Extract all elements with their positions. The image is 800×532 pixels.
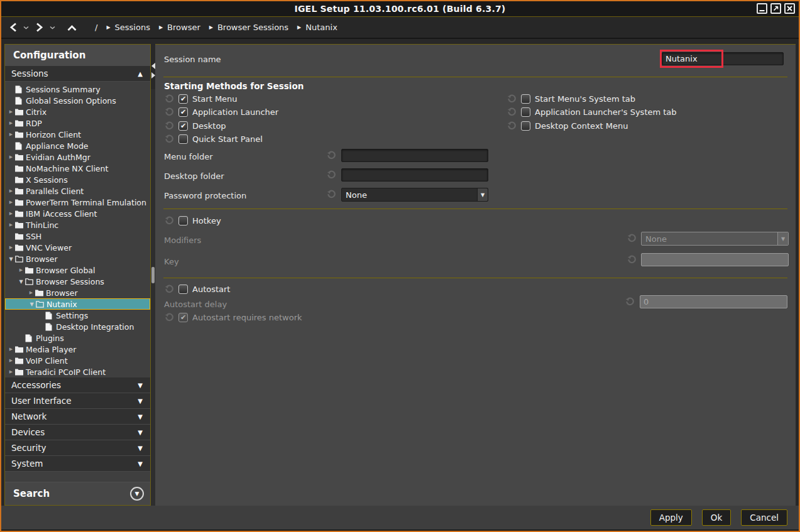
password-protection-select[interactable]: None ▼ [341, 188, 488, 202]
revert-icon[interactable] [507, 94, 517, 104]
tree-item-parallels-client[interactable]: ▶Parallels Client [5, 185, 150, 197]
breadcrumb-item-sessions[interactable]: ▶Sessions [106, 23, 150, 32]
tree-item-browser[interactable]: ▼Browser [5, 253, 150, 264]
revert-icon[interactable] [165, 313, 174, 322]
scrollbar-thumb[interactable] [151, 267, 155, 283]
back-button[interactable] [9, 22, 18, 33]
tree-item-browser-global[interactable]: ▶Browser Global [5, 264, 150, 276]
autostart-checkbox[interactable] [178, 285, 188, 294]
ok-button[interactable]: Ok [702, 509, 731, 526]
tree-item-browser[interactable]: ▶Browser [5, 287, 150, 298]
collapse-down-icon[interactable]: ▼ [17, 279, 25, 285]
sidebar-section-sessions[interactable]: Sessions ▲ [5, 66, 150, 82]
back-history-dropdown[interactable] [23, 26, 29, 30]
breadcrumb-item-browser[interactable]: ▶Browser [159, 23, 200, 32]
sidebar-section-security[interactable]: Security▼ [5, 440, 150, 456]
tree-item-rdp[interactable]: ▶RDP [5, 117, 150, 129]
sidebar-section-system[interactable]: System▼ [5, 456, 150, 472]
revert-icon[interactable] [627, 234, 637, 243]
sidebar-search[interactable]: Search ▼ [5, 482, 150, 505]
expand-right-icon[interactable]: ▶ [7, 347, 15, 352]
expand-right-icon[interactable]: ▶ [7, 200, 15, 205]
tree-item-vnc-viewer[interactable]: ▶VNC Viewer [5, 242, 150, 253]
revert-icon[interactable] [327, 151, 336, 160]
tree-item-browser-sessions[interactable]: ▼Browser Sessions [5, 276, 150, 287]
start-menu-checkbox[interactable]: ✔ [178, 94, 188, 104]
revert-icon[interactable] [165, 94, 174, 104]
close-button[interactable] [784, 3, 795, 14]
sidebar-section-devices[interactable]: Devices▼ [5, 425, 150, 440]
tree-item-voip-client[interactable]: ▶VoIP Client [5, 355, 150, 366]
maximize-button[interactable] [770, 3, 781, 14]
pane-splitter[interactable] [151, 63, 155, 82]
revert-icon[interactable] [165, 107, 174, 117]
sidebar-section-accessories[interactable]: Accessories▼ [5, 377, 150, 393]
revert-icon[interactable] [507, 121, 517, 131]
expand-right-icon[interactable]: ▶ [17, 268, 25, 273]
forward-button[interactable] [35, 22, 44, 33]
tree-item-thinlinc[interactable]: ▶ThinLinc [5, 219, 150, 231]
expand-right-icon[interactable]: ▶ [7, 132, 15, 137]
application-launcher-checkbox[interactable]: ✔ [178, 107, 188, 117]
revert-icon[interactable] [627, 255, 637, 264]
breadcrumb-root[interactable]: / [95, 23, 97, 32]
revert-icon[interactable] [165, 121, 174, 131]
tree-item-horizon-client[interactable]: ▶Horizon Client [5, 129, 150, 140]
sidebar-section-user-interface[interactable]: User Interface▼ [5, 393, 150, 409]
tree-item-global-session-options[interactable]: Global Session Options [5, 95, 150, 106]
collapse-left-icon[interactable] [151, 63, 155, 69]
up-button[interactable] [67, 24, 77, 31]
revert-icon[interactable] [327, 190, 336, 199]
breadcrumb-item-browser-sessions[interactable]: ▶Browser Sessions [209, 23, 288, 32]
collapse-down-icon[interactable]: ▼ [28, 301, 36, 307]
tree-item-evidian-authmgr[interactable]: ▶Evidian AuthMgr [5, 151, 150, 163]
sidebar-scrollbar[interactable] [151, 89, 155, 506]
tree-item-media-player[interactable]: ▶Media Player [5, 344, 150, 355]
tree-item-desktop-integration[interactable]: Desktop Integration [5, 321, 150, 332]
revert-icon[interactable] [327, 170, 336, 180]
expand-right-icon[interactable]: ▶ [7, 222, 15, 227]
forward-history-dropdown[interactable] [50, 26, 55, 30]
tree-item-nomachine-nx-client[interactable]: NoMachine NX Client [5, 163, 150, 174]
apply-button[interactable]: Apply [650, 509, 692, 526]
minimize-button[interactable] [757, 3, 767, 14]
tree-item-teradici-pcoip-client[interactable]: ▶Teradici PCoIP Client [5, 366, 150, 377]
start-menu-s-system-tab-checkbox[interactable] [521, 94, 530, 104]
tree-item-citrix[interactable]: ▶Citrix [5, 106, 150, 117]
tree-item-ibm-iaccess-client[interactable]: ▶IBM iAccess Client [5, 208, 150, 219]
hotkey-checkbox[interactable] [178, 216, 188, 225]
revert-icon[interactable] [165, 134, 174, 144]
tree-item-ssh[interactable]: SSH [5, 231, 150, 242]
search-expand-button[interactable]: ▼ [130, 487, 144, 501]
desktop-context-menu-checkbox[interactable] [521, 121, 530, 131]
expand-right-icon[interactable]: ▶ [7, 109, 15, 114]
revert-icon[interactable] [165, 216, 174, 225]
desktop-folder-input[interactable] [341, 168, 488, 182]
menu-folder-input[interactable] [341, 149, 488, 162]
tree-item-powerterm-terminal-emulation[interactable]: ▶PowerTerm Terminal Emulation [5, 197, 150, 208]
expand-right-icon[interactable]: ▶ [7, 121, 15, 126]
dropdown-arrow-icon[interactable]: ▼ [477, 188, 488, 201]
expand-right-icon[interactable]: ▶ [7, 245, 15, 250]
tree-item-x-sessions[interactable]: X Sessions [5, 174, 150, 185]
tree-item-plugins[interactable]: Plugins [5, 332, 150, 344]
revert-icon[interactable] [625, 297, 635, 307]
desktop-checkbox[interactable]: ✔ [178, 121, 188, 131]
expand-right-icon[interactable]: ▶ [27, 290, 35, 295]
tree-item-nutanix[interactable]: ▼Nutanix [5, 298, 150, 310]
expand-right-icon[interactable]: ▶ [7, 369, 15, 374]
revert-icon[interactable] [507, 107, 517, 117]
breadcrumb-item-nutanix[interactable]: ▶Nutanix [297, 23, 337, 32]
expand-right-icon[interactable]: ▶ [7, 211, 15, 216]
tree-item-appliance-mode[interactable]: Appliance Mode [5, 140, 150, 151]
expand-right-icon[interactable]: ▶ [7, 358, 15, 363]
application-launcher-s-system-tab-checkbox[interactable] [521, 107, 530, 117]
expand-right-icon[interactable]: ▶ [7, 155, 15, 160]
tree-item-sessions-summary[interactable]: Sessions Summary [5, 84, 150, 95]
quick-start-panel-checkbox[interactable] [178, 134, 188, 144]
sidebar-section-network[interactable]: Network▼ [5, 409, 150, 425]
collapse-down-icon[interactable]: ▼ [7, 256, 15, 262]
expand-right-icon[interactable]: ▶ [7, 188, 15, 193]
tree-item-settings[interactable]: Settings [5, 310, 150, 321]
expand-right-icon[interactable] [151, 72, 155, 79]
